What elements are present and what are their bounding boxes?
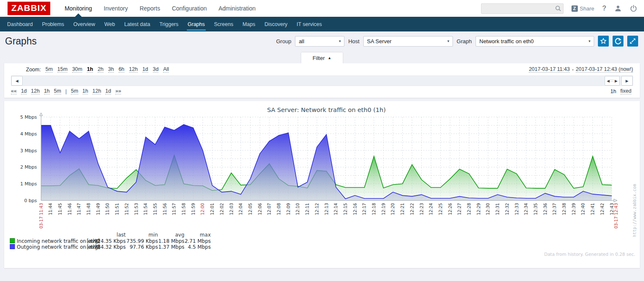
subnav-overview[interactable]: Overview	[69, 17, 100, 31]
graph-select[interactable]: Network traffic on eth0	[476, 36, 594, 47]
page-header: Graphs Group all Host SA Server Graph Ne…	[0, 31, 644, 51]
svg-text:12:13: 12:13	[324, 203, 329, 215]
zoom-3d[interactable]: 3d	[153, 66, 159, 73]
zoom-30m[interactable]: 30m	[72, 66, 82, 73]
help-button[interactable]: ?	[602, 5, 606, 12]
time-nav-links: ««1d12h1h5m|5m1h12h1d»»	[11, 88, 121, 94]
subnav-it-services[interactable]: IT services	[292, 17, 326, 31]
svg-text:2 Mbps: 2 Mbps	[20, 164, 37, 170]
y-axis-labels: 0 bps1 Mbps2 Mbps3 Mbps4 Mbps5 Mbps	[20, 114, 37, 203]
svg-text:735.99 Kbps: 735.99 Kbps	[127, 238, 158, 244]
subnav-triggers[interactable]: Triggers	[155, 17, 183, 31]
nav-next-fast[interactable]: »»	[115, 88, 121, 94]
zoom-1h[interactable]: 1h	[87, 66, 93, 73]
zoom-6h[interactable]: 6h	[119, 66, 124, 73]
svg-text:12:38: 12:38	[562, 203, 566, 215]
search-box[interactable]	[481, 3, 564, 14]
refresh-icon	[613, 36, 623, 46]
zoom-1d[interactable]: 1d	[142, 66, 148, 73]
nav-back-5m[interactable]: 5m	[54, 88, 61, 94]
svg-text:5 Mbps: 5 Mbps	[20, 114, 37, 120]
signout-icon[interactable]	[630, 5, 637, 12]
nav-fwd-5m[interactable]: 5m	[71, 88, 78, 94]
subnav-discovery[interactable]: Discovery	[260, 17, 292, 31]
filter-tab[interactable]: Filter ▲	[301, 52, 343, 63]
svg-text:12:23: 12:23	[419, 203, 424, 215]
svg-text:min: min	[148, 232, 158, 238]
menu-configuration[interactable]: Configuration	[166, 0, 212, 17]
nav-back-1d[interactable]: 1d	[21, 88, 27, 94]
fullscreen-button[interactable]	[627, 36, 638, 47]
group-select[interactable]: all	[295, 36, 344, 47]
menu-monitoring[interactable]: Monitoring	[59, 0, 98, 17]
x-axis-labels: 03-17 11:4311:4411:4511:4611:4711:4811:4…	[39, 203, 619, 229]
host-select[interactable]: SA Server	[363, 36, 453, 47]
svg-text:11:54: 11:54	[143, 203, 148, 215]
nav-prev-fast[interactable]: ««	[11, 88, 17, 94]
zoom-15m[interactable]: 15m	[57, 66, 67, 73]
svg-text:12:16: 12:16	[353, 203, 357, 215]
host-label: Host	[348, 38, 360, 44]
refresh-button[interactable]	[613, 36, 623, 47]
zoom-3h[interactable]: 3h	[108, 66, 114, 73]
svg-text:11:46: 11:46	[67, 203, 72, 215]
range-from-link[interactable]: 2017-03-17 11:43	[529, 66, 570, 73]
svg-text:12:06: 12:06	[258, 203, 262, 215]
nav-fwd-1d[interactable]: 1d	[105, 88, 111, 94]
subnav-graphs[interactable]: Graphs	[183, 17, 209, 31]
subnav-dashboard[interactable]: Dashboard	[3, 17, 37, 31]
svg-text:924.35 Kbps: 924.35 Kbps	[94, 238, 126, 244]
zoom-row: Zoom: 5m15m30m1h2h3h6h12h1d3dAll 2017-03…	[11, 66, 633, 73]
graph-canvas[interactable]: SA Server: Network traffic on eth0 (1h)0…	[4, 103, 640, 268]
svg-text:11:48: 11:48	[86, 203, 91, 215]
svg-text:12:39: 12:39	[572, 203, 576, 215]
top-bar: ZABBIX MonitoringInventoryReportsConfigu…	[0, 0, 644, 17]
svg-text:avg: avg	[175, 232, 184, 238]
zoom-12h[interactable]: 12h	[129, 66, 138, 73]
svg-text:4.5 Mbps: 4.5 Mbps	[188, 244, 211, 250]
svg-text:12:37: 12:37	[552, 203, 557, 215]
subnav-maps[interactable]: Maps	[238, 17, 260, 31]
legend-row-incoming-network-traffic-on-eth0: Incoming network traffic on eth0[avg]924…	[10, 238, 211, 244]
zoom-2h[interactable]: 2h	[98, 66, 103, 73]
nav-fwd-12h[interactable]: 12h	[92, 88, 101, 94]
search-input[interactable]	[484, 4, 555, 13]
menu-reports[interactable]: Reports	[134, 0, 166, 17]
svg-text:97.76 Kbps: 97.76 Kbps	[129, 244, 158, 250]
svg-text:12:09: 12:09	[286, 203, 291, 215]
legend-swatch	[10, 239, 15, 243]
svg-text:12:07: 12:07	[267, 203, 272, 215]
nav-fwd-1h[interactable]: 1h	[83, 88, 88, 94]
zoom-all[interactable]: All	[163, 66, 169, 73]
search-icon[interactable]	[555, 5, 561, 13]
time-scrollbar[interactable]: ◀ ◀∷▶ ▶	[11, 75, 633, 86]
range-to-link[interactable]: 2017-03-17 12:43 (now!)	[576, 66, 633, 73]
fixed-link[interactable]: fixed	[621, 88, 631, 94]
favourites-button[interactable]	[598, 36, 609, 47]
svg-text:12:27: 12:27	[457, 203, 462, 215]
scrollbar-resize-handle[interactable]: ◀∷▶	[605, 76, 620, 86]
menu-administration[interactable]: Administration	[212, 0, 261, 17]
profile-icon[interactable]	[614, 5, 622, 12]
svg-text:11:49: 11:49	[96, 203, 101, 215]
share-button[interactable]: Z Share	[572, 5, 595, 12]
range-dash: -	[572, 67, 574, 73]
menu-inventory[interactable]: Inventory	[98, 0, 134, 17]
nav-back-12h[interactable]: 12h	[31, 88, 40, 94]
scrollbar-left-button[interactable]: ◀	[11, 76, 23, 86]
scrollbar-right-button[interactable]: ▶	[621, 76, 633, 86]
main-menu: MonitoringInventoryReportsConfigurationA…	[59, 0, 261, 17]
svg-text:1.37 Mbps: 1.37 Mbps	[158, 244, 184, 250]
zoom-5m[interactable]: 5m	[45, 66, 52, 73]
svg-text:12:33: 12:33	[515, 203, 519, 215]
subnav-latest-data[interactable]: Latest data	[120, 17, 155, 31]
svg-text:11:56: 11:56	[163, 203, 167, 215]
subnav-screens[interactable]: Screens	[209, 17, 238, 31]
nav-separator: |	[65, 88, 67, 94]
nav-back-1h[interactable]: 1h	[44, 88, 50, 94]
subnav-problems[interactable]: Problems	[37, 17, 69, 31]
svg-text:12:36: 12:36	[543, 203, 548, 215]
x-axis-arrow-icon	[614, 199, 617, 202]
subnav-web[interactable]: Web	[100, 17, 119, 31]
monitoring-subnav: DashboardProblemsOverviewWebLatest dataT…	[0, 17, 644, 31]
